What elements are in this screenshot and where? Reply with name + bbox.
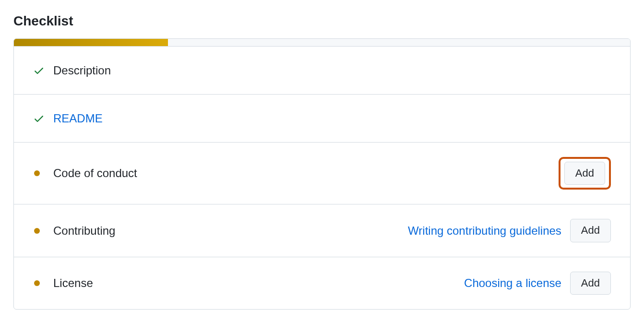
item-label: Contributing [53,224,408,238]
contributing-guidelines-link[interactable]: Writing contributing guidelines [408,224,561,238]
pending-dot-icon [33,228,47,234]
pending-dot-icon [33,280,47,286]
checklist-row-description: Description [14,47,630,95]
add-button-highlight: Add [559,157,611,190]
item-label: Description [53,64,611,77]
check-icon [33,113,47,124]
progress-fill [14,39,168,46]
readme-link[interactable]: README [53,112,611,125]
add-contributing-button[interactable]: Add [570,219,611,242]
checklist-panel: Description README Code of conduct Add C… [13,38,631,310]
item-label: License [53,276,464,290]
progress-bar [14,39,630,47]
checklist-heading: Checklist [13,13,631,29]
checklist-row-license: License Choosing a license Add [14,257,630,309]
checklist-row-code-of-conduct: Code of conduct Add [14,143,630,204]
add-code-of-conduct-button[interactable]: Add [564,162,605,185]
choosing-license-link[interactable]: Choosing a license [464,276,561,290]
item-label: Code of conduct [53,167,559,180]
checklist-row-readme: README [14,95,630,143]
add-license-button[interactable]: Add [570,272,611,295]
checklist-row-contributing: Contributing Writing contributing guidel… [14,204,630,257]
pending-dot-icon [33,170,47,176]
check-icon [33,65,47,76]
